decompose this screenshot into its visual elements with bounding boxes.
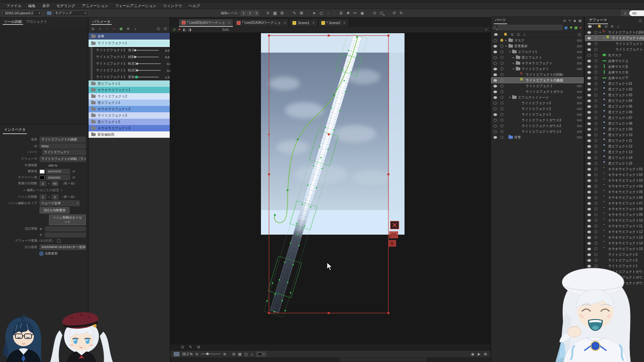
visibility-eye-icon[interactable] [587,88,591,91]
deformer-tree-row[interactable]: キラキラエフェクト05 [585,189,644,195]
menu-item[interactable]: 表示 [39,3,53,9]
tab-inspector[interactable]: インスペクタ [3,127,27,134]
deformer-tree-row[interactable]: 星エフェクト01 [585,81,644,86]
knife-icon[interactable]: ✂ [352,10,359,16]
visibility-eye-icon[interactable] [587,162,591,165]
deformer-tree-row[interactable]: ライトエフェクトの曲面 [585,35,644,41]
lock-icon[interactable] [499,45,504,48]
deformer-tree-row[interactable]: 星エフェクト03 [585,92,644,98]
lock-icon[interactable] [499,50,504,53]
collapse-icon[interactable]: ◎ [511,33,514,36]
deformer-tree-row[interactable]: 丸マスク [585,52,644,58]
tree-item-value[interactable]: 500 [577,90,583,94]
deformer-tree-row[interactable]: キラキラエフェクト01 [585,166,644,172]
account-badge[interactable]: niz [629,10,644,16]
visibility-eye-icon[interactable] [493,108,497,110]
parts-tree-row[interactable]: ライトエフェクト1 500 [491,112,584,117]
lock-icon[interactable] [499,113,504,116]
menu-item[interactable]: ファイル [3,3,24,9]
balloon-icon[interactable]: ❖ [344,10,352,16]
deformer-tree-row[interactable]: キラキラエフェクト06 [585,195,644,200]
menu-item[interactable]: アニメーション [79,3,111,9]
sort-icon[interactable]: ⊥ [616,24,620,28]
deformer-tree-row[interactable]: キラキラエフェクト08 [585,206,644,212]
menu-item[interactable]: ヘルプ [186,3,203,9]
parts-tree-row[interactable]: ライトエフェクト 500 [491,83,584,89]
deformer-tree-row[interactable]: 星エフェクト08 [585,121,644,126]
lock-icon[interactable] [593,230,598,233]
camera-icon[interactable]: ⊡ [180,345,185,349]
visibility-eye-icon[interactable] [587,214,591,216]
parameter-row[interactable]: 変形補助用 [89,131,170,138]
lock-icon[interactable] [593,219,598,222]
visibility-eye-icon[interactable] [587,219,591,222]
tree-item-value[interactable]: 500 [577,96,583,99]
lock-icon[interactable] [593,236,598,239]
lock-icon[interactable] [499,62,504,65]
lock-icon[interactable] [593,202,598,205]
grid-icon[interactable]: ▦ [579,19,582,22]
parts-tree-row[interactable]: エフェクト1 500 [491,49,584,55]
solo-label[interactable]: Solo [222,28,229,32]
tree-item-value[interactable]: 500 [577,113,583,116]
slider-handle[interactable] [136,69,138,71]
tree-item-value[interactable]: 500 [577,67,583,71]
tree-item-value[interactable]: 500 [577,107,583,111]
lock-icon[interactable] [593,88,598,91]
visibility-eye-icon[interactable] [587,139,591,142]
fullscreen-icon[interactable]: ⊠ [484,352,487,356]
lock-icon[interactable] [499,107,504,110]
edit-level-button[interactable]: 2 [247,11,253,16]
visibility-eye-icon[interactable] [587,128,591,131]
visibility-eye-icon[interactable] [587,43,591,45]
lock-icon[interactable] [593,179,598,182]
deformer-tree-row[interactable]: 星エフェクト06 [585,109,644,115]
tree-expand-arrow[interactable] [505,45,508,48]
tree-item-value[interactable]: 500 [577,56,583,59]
redo-icon[interactable]: ↻ [397,10,405,16]
tree-item-value[interactable]: 500 [577,136,583,139]
lock-icon[interactable] [593,76,598,79]
tree-expand-arrow[interactable] [603,37,606,40]
lock-icon[interactable] [499,40,504,42]
key-form2-icon[interactable]: ▫ [104,26,110,32]
lock-icon[interactable] [499,130,504,133]
lock-icon[interactable] [499,136,504,139]
deformer-tree-row[interactable]: ライトエフェクトガウス [585,47,644,52]
slider-handle[interactable] [134,49,136,51]
sort-icon[interactable]: ⊥ [523,33,526,36]
visibility-eye-icon[interactable] [493,102,497,105]
visibility-eye-icon[interactable] [493,68,497,70]
arrow-tool-icon[interactable]: ➤ [311,10,318,16]
close-icon[interactable]: × [312,21,314,25]
lock-icon[interactable] [593,42,598,45]
parameter-slider[interactable] [137,70,161,71]
document-tab[interactable]: * Live2D丸KUワークショ × [179,19,233,27]
zoom-slider[interactable] [201,354,220,354]
deformer-tree-row[interactable]: 星エフェクト07 [585,115,644,121]
filter-box-icon[interactable]: ▣ [564,25,568,30]
visibility-eye-icon[interactable] [587,179,591,182]
tree-expand-arrow[interactable] [509,96,512,99]
parameter-row[interactable]: ライトエフェクト1 移動 0.0 [91,54,170,60]
document-tab[interactable]: * Scene3 × [318,19,348,27]
lock-icon[interactable] [593,116,598,119]
lock-icon[interactable] [593,162,598,165]
view-b-icon[interactable]: ◨ [188,28,191,32]
lock-icon[interactable] [593,48,598,51]
lock-icon[interactable] [593,82,598,85]
lock-icon[interactable] [593,156,598,159]
deformer-tree-row[interactable]: 星エフェクト11 [585,138,644,143]
panel-settings-icon[interactable]: ⊡ [162,26,168,32]
edit-level-button[interactable]: 3 [254,11,259,16]
deformer-tree-row[interactable]: 星エフェクト12 [585,143,644,149]
search-icon[interactable] [378,10,385,16]
parameter-row[interactable]: ライトエフェクト1 表示 0.0 [91,47,170,54]
parameter-row[interactable]: ライトエフェクト1 軌道2 0.0 [91,67,170,74]
parameter-row[interactable]: キラキラエフェクト2 [89,106,170,112]
visibility-eye-icon[interactable] [587,111,591,114]
document-tab[interactable]: Scene1 × [289,19,317,27]
auto-update-checkbox[interactable]: ✓ [40,252,43,255]
visibility-eye-icon[interactable] [587,191,591,193]
parameter-row[interactable]: 星エフェクト1 [89,80,170,87]
